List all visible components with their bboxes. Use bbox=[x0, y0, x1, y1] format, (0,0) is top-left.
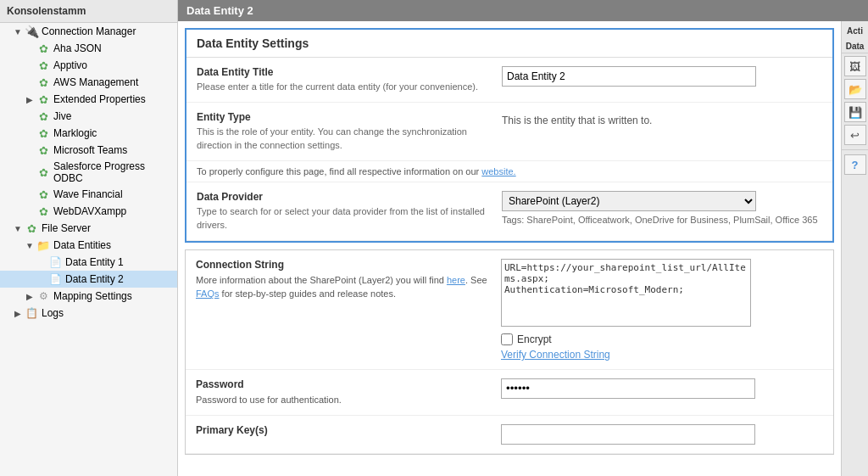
primary-key-input[interactable] bbox=[501, 424, 755, 445]
entity2-icon: 📄 bbox=[47, 272, 63, 286]
encrypt-label: Encrypt bbox=[517, 333, 552, 345]
sidebar-item-logs[interactable]: ▶ 📋 Logs bbox=[0, 305, 177, 322]
right-panel: Acti Data 🖼 📂 💾 ↩ ? bbox=[841, 21, 868, 476]
msteams-label: Microsoft Teams bbox=[53, 144, 127, 156]
aws-icon: ✿ bbox=[36, 76, 51, 89]
data-entity-2-label: Data Entity 2 bbox=[65, 273, 124, 285]
conn-string-label: Connection String bbox=[196, 259, 501, 271]
main-area: Data Entity 2 Data Entity Settings Data … bbox=[178, 0, 868, 476]
sidebar: Konsolenstamm ▼ 🔌 Connection Manager ✿ A… bbox=[0, 0, 178, 476]
right-panel-separator bbox=[842, 149, 868, 150]
toggle-data-entities[interactable]: ▼ bbox=[24, 241, 36, 250]
sidebar-item-data-entity-1[interactable]: 📄 Data Entity 1 bbox=[0, 254, 177, 271]
marklogic-icon: ✿ bbox=[36, 126, 51, 140]
conn-string-row: Connection String More information about… bbox=[186, 250, 833, 370]
conn-string-value-col: Encrypt Verify Connection String bbox=[501, 259, 823, 361]
entity-title-row: Data Entity Title Please enter a title f… bbox=[186, 58, 832, 103]
toggle-file-server[interactable]: ▼ bbox=[12, 224, 24, 233]
sidebar-item-connection-manager[interactable]: ▼ 🔌 Connection Manager bbox=[0, 23, 177, 40]
sidebar-item-marklogic[interactable]: ✿ Marklogic bbox=[0, 125, 177, 142]
data-provider-value-col: SharePoint (Layer2) File Server SQL Serv… bbox=[502, 191, 822, 225]
entity-title-label: Data Entity Title bbox=[197, 66, 502, 78]
content-row: Data Entity Settings Data Entity Title P… bbox=[178, 21, 868, 476]
logs-icon: 📋 bbox=[24, 306, 39, 320]
sidebar-item-file-server[interactable]: ▼ ✿ File Server bbox=[0, 220, 177, 237]
entity-type-desc: This is the role of your entity. You can… bbox=[197, 126, 502, 152]
settings-panel-header: Data Entity Settings bbox=[186, 30, 832, 58]
primary-key-label-col: Primary Key(s) bbox=[196, 424, 501, 439]
website-link[interactable]: website. bbox=[481, 166, 515, 176]
content-area: Data Entity Settings Data Entity Title P… bbox=[178, 21, 841, 476]
primary-key-row: Primary Key(s) bbox=[186, 416, 833, 454]
right-btn-save[interactable]: 💾 bbox=[844, 102, 866, 122]
info-text: To properly configure this page, find al… bbox=[197, 166, 481, 176]
sidebar-item-mapping-settings[interactable]: ▶ ⚙ Mapping Settings bbox=[0, 288, 177, 305]
encrypt-checkbox[interactable] bbox=[501, 333, 513, 345]
right-btn-folder[interactable]: 📂 bbox=[844, 79, 866, 99]
webdav-label: WebDAVXampp bbox=[53, 205, 126, 217]
password-row: Password Password to use for authenticat… bbox=[186, 370, 833, 417]
aws-label: AWS Management bbox=[53, 76, 138, 88]
file-server-label: File Server bbox=[42, 222, 91, 234]
marklogic-label: Marklogic bbox=[53, 127, 97, 139]
data-provider-label-col: Data Provider Type to search for or sele… bbox=[197, 191, 502, 232]
encrypt-row: Encrypt bbox=[501, 333, 823, 345]
verify-connection-link[interactable]: Verify Connection String bbox=[501, 349, 823, 361]
logs-label: Logs bbox=[42, 307, 64, 319]
sidebar-item-microsoft-teams[interactable]: ✿ Microsoft Teams bbox=[0, 142, 177, 159]
wave-icon: ✿ bbox=[36, 188, 51, 201]
conn-here-link[interactable]: here bbox=[447, 275, 465, 285]
conn-desc-text3: for step-by-step guides and release note… bbox=[220, 288, 397, 299]
sidebar-item-jive[interactable]: ✿ Jive bbox=[0, 108, 177, 125]
conn-faqs-link[interactable]: FAQs bbox=[196, 288, 220, 299]
data-entities-label: Data Entities bbox=[53, 239, 111, 251]
toggle-logs[interactable]: ▶ bbox=[12, 309, 24, 318]
password-input[interactable] bbox=[501, 378, 755, 399]
sidebar-item-extended-properties[interactable]: ▶ ✿ Extended Properties bbox=[0, 91, 177, 108]
sidebar-item-data-entity-2[interactable]: 📄 Data Entity 2 bbox=[0, 271, 177, 288]
sidebar-item-salesforce[interactable]: ✿ Salesforce Progress ODBC bbox=[0, 159, 177, 186]
sidebar-item-aha-json[interactable]: ✿ Aha JSON bbox=[0, 40, 177, 57]
mapping-settings-label: Mapping Settings bbox=[53, 290, 132, 302]
title-bar-text: Data Entity 2 bbox=[186, 4, 253, 17]
password-label-col: Password Password to use for authenticat… bbox=[196, 378, 501, 407]
data-provider-row: Data Provider Type to search for or sele… bbox=[186, 182, 832, 241]
right-btn-undo[interactable]: ↩ bbox=[844, 125, 866, 145]
salesforce-icon: ✿ bbox=[36, 165, 51, 179]
entity-title-value-col bbox=[502, 66, 822, 87]
toggle-mapping[interactable]: ▶ bbox=[24, 292, 36, 301]
primary-key-label: Primary Key(s) bbox=[196, 424, 501, 436]
conn-string-textarea[interactable] bbox=[501, 259, 751, 327]
sidebar-root-label: Konsolenstamm bbox=[0, 0, 177, 23]
password-label: Password bbox=[196, 378, 501, 390]
entity-title-label-col: Data Entity Title Please enter a title f… bbox=[197, 66, 502, 93]
apptivo-icon: ✿ bbox=[36, 59, 51, 72]
primary-key-value-col bbox=[501, 424, 823, 445]
mapping-icon: ⚙ bbox=[36, 289, 51, 303]
webdav-icon: ✿ bbox=[36, 204, 51, 218]
file-server-icon: ✿ bbox=[24, 221, 39, 235]
jive-icon: ✿ bbox=[36, 109, 51, 123]
entity-type-value: This is the entity that is written to. bbox=[502, 111, 822, 126]
toggle-extended[interactable]: ▶ bbox=[24, 95, 36, 104]
entity-title-input[interactable] bbox=[502, 66, 756, 87]
extended-label: Extended Properties bbox=[53, 93, 146, 105]
entity-type-value-col: This is the entity that is written to. bbox=[502, 111, 822, 126]
right-btn-image[interactable]: 🖼 bbox=[844, 56, 866, 76]
data-provider-label: Data Provider bbox=[197, 191, 502, 203]
aha-json-label: Aha JSON bbox=[53, 42, 102, 54]
data-entities-icon: 📁 bbox=[36, 238, 51, 252]
right-btn-help[interactable]: ? bbox=[844, 154, 866, 175]
sidebar-item-webdav[interactable]: ✿ WebDAVXampp bbox=[0, 203, 177, 220]
data-provider-select[interactable]: SharePoint (Layer2) File Server SQL Serv… bbox=[502, 191, 756, 211]
sidebar-item-wave[interactable]: ✿ Wave Financial bbox=[0, 186, 177, 203]
tags-text: Tags: SharePoint, Officeatwork, OneDrive… bbox=[502, 215, 822, 225]
msteams-icon: ✿ bbox=[36, 143, 51, 157]
salesforce-label: Salesforce Progress ODBC bbox=[53, 160, 174, 184]
sidebar-item-aws-management[interactable]: ✿ AWS Management bbox=[0, 74, 177, 91]
sidebar-item-data-entities[interactable]: ▼ 📁 Data Entities bbox=[0, 237, 177, 254]
sidebar-item-apptivo[interactable]: ✿ Apptivo bbox=[0, 57, 177, 74]
apptivo-label: Apptivo bbox=[53, 59, 87, 71]
toggle-connection-manager[interactable]: ▼ bbox=[12, 27, 24, 36]
password-desc: Password to use for authentication. bbox=[196, 393, 501, 407]
